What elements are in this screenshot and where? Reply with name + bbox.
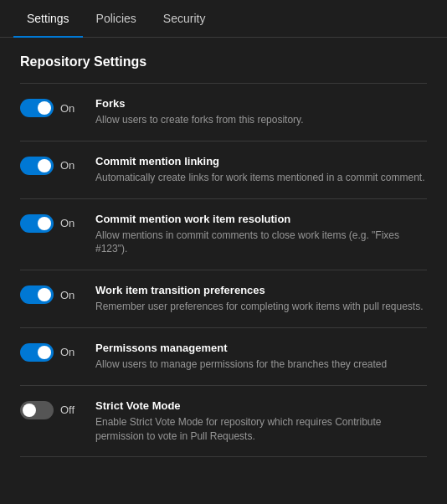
repo-settings-section: Repository Settings OnForksAllow users t… [0,38,447,465]
toggle-area-commit-mention-work-item: On [20,213,95,233]
toggle-knob-permissions-management [38,346,51,359]
setting-title-work-item-transition: Work item transition preferences [95,284,427,296]
setting-title-strict-vote-mode: Strict Vote Mode [95,399,427,412]
setting-row-commit-mention-work-item: OnCommit mention work item resolutionAll… [20,199,427,271]
setting-row-work-item-transition: OnWork item transition preferencesRememb… [20,270,427,328]
toggle-area-permissions-management: On [20,342,95,362]
toggle-label-commit-mention-linking: On [60,159,74,172]
setting-desc-commit-mention-linking: Automatically create links for work item… [95,171,427,185]
toggle-work-item-transition[interactable] [20,285,54,304]
setting-content-work-item-transition: Work item transition preferencesRemember… [95,284,427,314]
toggle-commit-mention-linking[interactable] [20,157,54,175]
setting-title-permissions-management: Permissons management [95,342,427,354]
setting-title-forks: Forks [95,97,427,110]
setting-desc-forks: Allow users to create forks from this re… [95,113,427,127]
setting-desc-work-item-transition: Remember user preferences for completing… [95,300,427,314]
setting-row-permissions-management: OnPermissons managementAllow users to ma… [20,328,427,386]
toggle-area-strict-vote-mode: Off [20,399,95,419]
toggle-label-strict-vote-mode: Off [60,404,74,416]
toggle-label-work-item-transition: On [60,289,74,301]
toggle-area-commit-mention-linking: On [20,155,95,175]
settings-list: OnForksAllow users to create forks from … [20,83,427,457]
toggle-area-forks: On [20,97,95,117]
setting-title-commit-mention-linking: Commit mention linking [95,155,427,167]
toggle-knob-commit-mention-linking [38,159,51,172]
toggle-label-permissions-management: On [60,346,74,358]
top-nav: Settings Policies Security [0,0,447,38]
setting-desc-strict-vote-mode: Enable Strict Vote Mode for repository w… [95,415,427,444]
setting-desc-commit-mention-work-item: Allow mentions in commit comments to clo… [95,229,427,257]
tab-security[interactable]: Security [150,0,219,37]
setting-content-permissions-management: Permissons managementAllow users to mana… [95,342,427,372]
toggle-commit-mention-work-item[interactable] [20,214,54,233]
toggle-knob-commit-mention-work-item [38,217,51,230]
toggle-knob-strict-vote-mode [23,404,36,417]
setting-row-forks: OnForksAllow users to create forks from … [20,84,427,141]
toggle-knob-forks [38,101,51,115]
toggle-area-work-item-transition: On [20,284,95,304]
setting-row-commit-mention-linking: OnCommit mention linkingAutomatically cr… [20,141,427,199]
setting-content-commit-mention-work-item: Commit mention work item resolutionAllow… [95,213,427,257]
toggle-label-commit-mention-work-item: On [60,217,74,229]
setting-desc-permissions-management: Allow users to manage permissions for th… [95,357,427,372]
setting-row-strict-vote-mode: OffStrict Vote ModeEnable Strict Vote Mo… [20,386,427,458]
section-title: Repository Settings [20,54,427,69]
toggle-strict-vote-mode[interactable] [20,401,54,419]
setting-content-forks: ForksAllow users to create forks from th… [95,97,427,127]
setting-title-commit-mention-work-item: Commit mention work item resolution [95,213,427,225]
setting-content-strict-vote-mode: Strict Vote ModeEnable Strict Vote Mode … [95,399,427,444]
setting-content-commit-mention-linking: Commit mention linkingAutomatically crea… [95,155,427,185]
toggle-label-forks: On [60,102,74,115]
toggle-knob-work-item-transition [38,288,51,301]
toggle-forks[interactable] [20,99,54,117]
tab-policies[interactable]: Policies [83,0,150,37]
toggle-permissions-management[interactable] [20,343,54,362]
tab-settings[interactable]: Settings [13,0,83,37]
